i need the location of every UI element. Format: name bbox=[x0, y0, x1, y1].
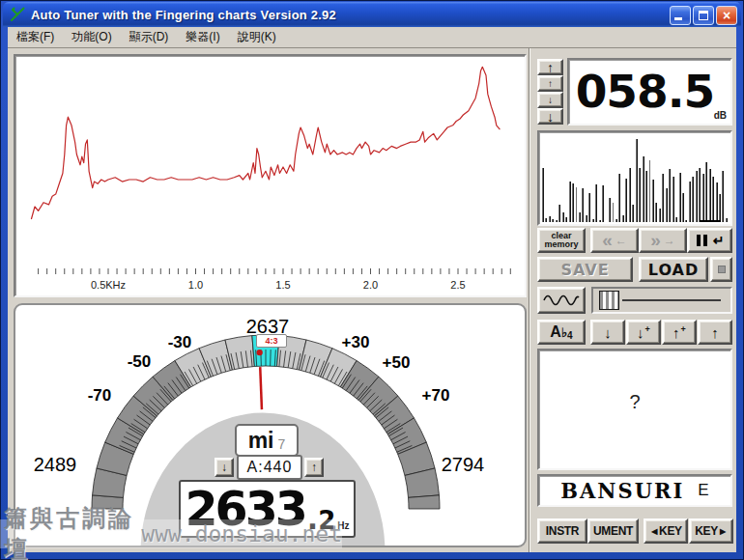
cents-label-plus50: +50 bbox=[367, 353, 425, 373]
note-octave-num: 4 bbox=[567, 330, 573, 341]
close-button[interactable]: × bbox=[716, 6, 737, 25]
instrument-next-button[interactable]: UMENT bbox=[587, 518, 639, 544]
up-arrow-icon: ↑ bbox=[548, 78, 553, 89]
interval-ratio-badge: 4:3 bbox=[256, 334, 287, 348]
low-frequency-label: 2489 bbox=[16, 454, 94, 476]
key-up-button[interactable]: KEY ▶ bbox=[689, 518, 733, 544]
playback-slider[interactable] bbox=[591, 287, 732, 314]
reference-down-button[interactable]: ↓ bbox=[215, 458, 234, 477]
forward-arrow-icon: → bbox=[664, 234, 675, 247]
down-arrow-icon: ↓ bbox=[604, 324, 612, 341]
clear-label-2: memory bbox=[544, 240, 578, 249]
level-display: 058.5 dB bbox=[567, 58, 732, 126]
minimize-icon bbox=[674, 17, 682, 20]
window-title: Auto Tuner with the Fingering charts Ver… bbox=[31, 8, 336, 22]
svg-text:1.5: 1.5 bbox=[275, 279, 290, 291]
reference-pitch-display: A:440 bbox=[237, 455, 302, 480]
histogram-bars bbox=[541, 134, 729, 222]
tuner-gauge-panel: 2637 4:3 -30 -50 -70 +30 +50 +70 2489 27… bbox=[14, 303, 527, 547]
key-down-button[interactable]: ◀ KEY bbox=[644, 518, 688, 544]
spectrum-panel: 0.5KHz1.01.52.02.5 bbox=[14, 54, 527, 297]
pitch-down-semitone-button[interactable]: ↓+ bbox=[626, 320, 661, 345]
instr-label: INSTR bbox=[546, 524, 580, 538]
down-arrow-icon: ↓ bbox=[637, 324, 644, 341]
spectrum-chart: 0.5KHz1.01.52.02.5 bbox=[15, 56, 525, 295]
reference-up-button[interactable]: ↑ bbox=[304, 458, 324, 477]
level-value: 058.5 bbox=[569, 64, 721, 120]
instrument-key: E bbox=[698, 481, 708, 500]
pitch-up-semitone-button[interactable]: ↑+ bbox=[662, 320, 697, 345]
minimize-button[interactable] bbox=[670, 6, 691, 25]
sine-wave-icon bbox=[542, 292, 581, 309]
square-icon bbox=[718, 266, 726, 273]
up-arrow-icon: ↑ bbox=[672, 324, 680, 341]
frequency-dot: . bbox=[307, 507, 318, 532]
save-label: SAVE bbox=[560, 261, 609, 279]
rewind-button[interactable]: « ← bbox=[590, 228, 639, 253]
menu-function[interactable]: 功能(O) bbox=[63, 27, 120, 47]
cents-label-minus70: -70 bbox=[71, 386, 129, 406]
pause-button[interactable]: ↵ bbox=[687, 228, 732, 253]
cents-label-plus70: +70 bbox=[407, 386, 465, 406]
up-arrow-bold-icon: ↑ bbox=[547, 60, 554, 75]
menu-instrument[interactable]: 樂器(I) bbox=[177, 27, 228, 47]
panel-divider bbox=[529, 48, 529, 552]
level-history-chart bbox=[537, 130, 732, 226]
high-frequency-label: 2794 bbox=[424, 454, 501, 476]
rewind-arrow-icon: ← bbox=[615, 234, 627, 247]
pitch-up-button[interactable]: ↑ bbox=[698, 320, 732, 345]
ument-label: UMENT bbox=[593, 524, 633, 538]
key-right-label: KEY bbox=[695, 524, 718, 538]
note-octave: 7 bbox=[278, 436, 286, 452]
plus-icon: + bbox=[645, 324, 650, 334]
pause-icon bbox=[697, 235, 701, 246]
menu-file[interactable]: 檔案(F) bbox=[8, 27, 63, 47]
rewind-icon: « bbox=[602, 233, 613, 248]
note-name-button[interactable]: A ♭ 4 bbox=[537, 320, 586, 345]
slider-track bbox=[622, 299, 721, 301]
close-icon: × bbox=[717, 7, 736, 24]
title-bar: Auto Tuner with the Fingering charts Ver… bbox=[3, 2, 741, 27]
histogram-position-marker bbox=[700, 220, 721, 222]
menu-help[interactable]: 說明(K) bbox=[229, 27, 285, 47]
unknown-fingering-mark: ? bbox=[629, 391, 640, 413]
frequency-fraction: 2 bbox=[318, 509, 335, 532]
instrument-display: BANSURI E bbox=[537, 474, 732, 507]
level-down-fast-button[interactable]: ↓ bbox=[537, 108, 563, 125]
slider-thumb[interactable] bbox=[599, 291, 619, 310]
maximize-button[interactable] bbox=[693, 6, 714, 25]
clear-memory-button[interactable]: clearmemory bbox=[537, 228, 586, 253]
pitch-down-button[interactable]: ↓ bbox=[590, 320, 625, 345]
svg-text:1.0: 1.0 bbox=[188, 279, 203, 291]
left-triangle-icon: ◀ bbox=[651, 527, 657, 536]
instrument-prev-button[interactable]: INSTR bbox=[537, 518, 587, 544]
right-triangle-icon: ▶ bbox=[720, 527, 726, 536]
level-up-fast-button[interactable]: ↑ bbox=[537, 59, 563, 75]
note-display: mi 7 bbox=[235, 424, 299, 457]
measured-frequency-display: 2633 . 2 Hz bbox=[179, 480, 356, 538]
load-button[interactable]: LOAD bbox=[639, 257, 708, 282]
cents-label-minus50: -50 bbox=[110, 352, 168, 372]
up-arrow-icon: ↑ bbox=[711, 324, 719, 341]
key-left-label: KEY bbox=[659, 524, 682, 538]
waveform-button[interactable] bbox=[537, 287, 586, 314]
level-up-button[interactable]: ↑ bbox=[537, 75, 563, 92]
menu-display[interactable]: 顯示(D) bbox=[121, 27, 178, 47]
app-window: Auto Tuner with the Fingering charts Ver… bbox=[0, 0, 744, 560]
maximize-icon bbox=[699, 11, 708, 20]
tuning-fork-icon bbox=[9, 6, 26, 23]
down-arrow-icon: ↓ bbox=[548, 95, 553, 105]
svg-text:2.0: 2.0 bbox=[363, 279, 378, 291]
stop-button[interactable] bbox=[710, 257, 732, 282]
save-button[interactable]: SAVE bbox=[537, 257, 633, 282]
level-unit: dB bbox=[714, 110, 727, 121]
svg-text:0.5KHz: 0.5KHz bbox=[91, 279, 126, 291]
client-area: 0.5KHz1.01.52.02.5 2637 4:3 -30 -50 -70 … bbox=[8, 48, 736, 552]
down-arrow-bold-icon: ↓ bbox=[547, 109, 554, 125]
frequency-unit: Hz bbox=[337, 520, 349, 532]
level-down-button[interactable]: ↓ bbox=[537, 92, 563, 108]
forward-button[interactable]: » → bbox=[639, 228, 687, 253]
plus-icon: + bbox=[681, 324, 686, 334]
up-arrow-icon: ↑ bbox=[311, 461, 317, 474]
forward-icon: » bbox=[650, 233, 661, 248]
